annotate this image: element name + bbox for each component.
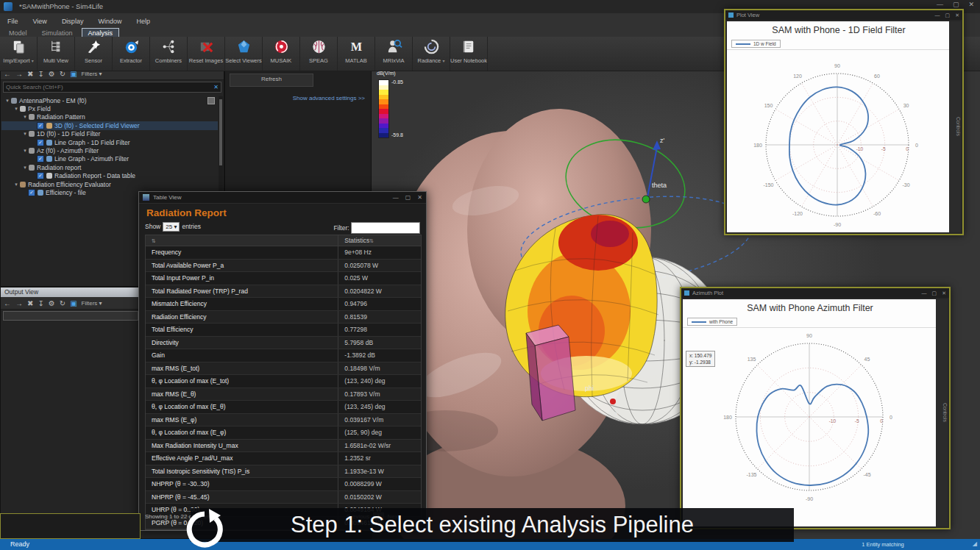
clear-search-icon[interactable]: ✕ <box>211 84 221 90</box>
toolbar-button-extractor[interactable]: Extractor <box>113 37 150 71</box>
plot1-titlebar[interactable]: Plot View —▢✕ <box>725 10 962 20</box>
plot1-side-tab[interactable]: Controls <box>949 21 961 232</box>
close-icon[interactable]: ✕ <box>968 1 974 8</box>
table-row: Total Isotropic Sensitivity (TIS) P_is1.… <box>146 465 421 479</box>
tree-item-label: Radiation report <box>37 164 81 171</box>
tree-item[interactable]: ✓Line Graph - 1D Field Filter <box>1 138 218 146</box>
speag-icon <box>300 37 337 58</box>
toolbar-button-user-notebook[interactable]: User Notebook ▾ <box>450 37 488 71</box>
toolbar-button-sensor[interactable]: Sensor <box>75 37 113 71</box>
refresh-button[interactable]: Refresh <box>230 74 313 87</box>
checkbox-icon[interactable]: ✓ <box>37 155 44 162</box>
table-row: θ, φ Location of max (E_tot)(123, 240) d… <box>146 375 421 388</box>
close-icon[interactable]: ✕ <box>955 12 959 18</box>
plot2-side-tab[interactable]: Controls <box>936 299 948 526</box>
toolbar-button-speag[interactable]: SPEAG <box>300 37 338 71</box>
toolbar-button-import-export[interactable]: Imp/Export ▾ <box>0 37 38 71</box>
sort-icon[interactable]: ⇅ <box>152 238 156 243</box>
minimize-icon[interactable]: — <box>922 290 927 296</box>
tree-item-icon <box>11 98 17 104</box>
toolbar-button-musaik[interactable]: MUSAIK <box>263 37 300 71</box>
advanced-settings-link[interactable]: Show advanced settings >> <box>293 95 365 101</box>
resize-grip-icon[interactable]: ◢ <box>973 540 977 547</box>
row-label: Effective Angle P_rad/U_max <box>146 452 338 465</box>
tree-item[interactable]: ▾Px Field <box>1 104 218 113</box>
toolbar-button-matlab[interactable]: MMATLAB <box>338 37 375 71</box>
svg-text:60: 60 <box>874 74 880 79</box>
table-row: max RMS (E_φ)0.039167 V/m <box>146 414 421 427</box>
tree-item[interactable]: ✓Line Graph - Azimuth Filter <box>1 155 218 163</box>
entries-select[interactable]: 25 ▾ <box>163 222 180 232</box>
tree-item[interactable]: ▾Az (f0) - Azimuth Filter <box>1 146 218 154</box>
scene-icon[interactable] <box>207 97 215 104</box>
table-row: Mismatch Efficiency0.94796 <box>146 298 421 311</box>
select-viewers-icon <box>225 37 262 58</box>
colorbar-max-label: -0.85 <box>391 79 403 85</box>
tree-item[interactable]: ▾Radiation Efficiency Evaluator <box>1 180 218 188</box>
plot2-window-title: Azimuth Plot <box>692 290 723 296</box>
tree-item[interactable]: ▾1D (f0) - 1D Field Filter <box>1 130 218 138</box>
table-row: Max Radiation Intensity U_max1.6581e-02 … <box>146 440 421 453</box>
sort-icon[interactable]: ⇅ <box>369 238 374 243</box>
svg-text:M: M <box>350 40 361 54</box>
column-header-statistics[interactable]: Statistics⇅ <box>338 235 421 246</box>
close-icon[interactable]: ✕ <box>942 290 946 296</box>
tree-item[interactable]: ▾Radiation Pattern <box>1 113 218 121</box>
filters-dropdown[interactable]: Filters ▾ <box>82 300 102 307</box>
row-label: Total Efficiency <box>146 324 338 336</box>
toolbar-button-reset-images[interactable]: Reset Images <box>188 37 225 71</box>
row-value: 0.0150202 W <box>338 491 421 504</box>
back-icon[interactable]: ← <box>4 299 11 307</box>
forward-icon[interactable]: → <box>15 299 23 307</box>
maximize-icon[interactable]: ▢ <box>945 12 951 18</box>
maximize-icon[interactable]: ▢ <box>405 194 411 201</box>
tree-item-icon <box>29 148 35 154</box>
toolbar-button-mrixvia[interactable]: MRIxViA <box>375 37 413 71</box>
maximize-icon[interactable]: ▢ <box>932 290 937 296</box>
azimuth-filter-plot-window: Azimuth Plot —▢✕ SAM with Phone Azimuth … <box>680 287 951 529</box>
checkbox-icon[interactable]: ✓ <box>37 139 44 146</box>
report-window-title: Table View <box>153 194 182 201</box>
view-icon[interactable]: ▣ <box>70 299 77 307</box>
row-label: Total Isotropic Sensitivity (TIS) P_is <box>146 465 338 478</box>
tree-item[interactable]: ✓3D (f0) - Selected Field Viewer <box>1 121 218 129</box>
settings-icon[interactable]: ⚙ <box>49 299 55 307</box>
svg-text:-150: -150 <box>763 182 773 188</box>
svg-text:-90: -90 <box>806 496 813 501</box>
toolbar-button-radiance[interactable]: Radiance ▾ <box>413 37 450 71</box>
minimize-icon[interactable]: — <box>393 194 399 201</box>
tree-item-label: 1D (f0) - 1D Field Filter <box>37 130 100 138</box>
row-value: -1.3892 dB <box>338 349 421 362</box>
svg-text:0: 0 <box>915 143 918 148</box>
checkbox-icon[interactable]: ✓ <box>37 122 44 129</box>
report-window-titlebar[interactable]: Table View — ▢ ✕ <box>139 192 426 204</box>
column-header-quantity[interactable]: ⇅ <box>146 235 338 246</box>
search-input[interactable] <box>4 84 211 90</box>
window-title: *SAMwithPhone - Sim4Life <box>19 0 103 13</box>
toolbar-button-select-viewers[interactable]: Select Viewers <box>225 37 263 71</box>
tree-item[interactable]: ✓Radiation Report - Data table <box>1 172 218 180</box>
user-notebook-icon <box>450 37 487 58</box>
minimize-icon[interactable]: — <box>935 12 940 18</box>
minimize-icon[interactable]: — <box>937 1 943 8</box>
close-icon[interactable]: ✕ <box>417 194 422 201</box>
table-row: max RMS (E_tot)0.18498 V/m <box>146 362 421 376</box>
tree-item-icon <box>38 190 43 196</box>
pin-icon[interactable]: ↧ <box>38 299 43 307</box>
output-search-input[interactable] <box>3 311 138 321</box>
tree-item[interactable]: ▾Radiation report <box>1 163 218 171</box>
toolbar-button-multi-view[interactable]: Multi View <box>38 37 75 71</box>
theta-marker <box>642 196 650 203</box>
z-axis <box>647 147 657 197</box>
maximize-icon[interactable]: ▢ <box>953 1 959 8</box>
plot2-titlebar[interactable]: Azimuth Plot —▢✕ <box>681 288 949 298</box>
checkbox-icon[interactable]: ✓ <box>37 172 44 179</box>
tree-item-label: Px Field <box>28 105 51 113</box>
toolbar-button-combiners[interactable]: Combiners <box>150 37 188 71</box>
checkbox-icon[interactable]: ✓ <box>28 189 35 196</box>
tree-item-icon <box>20 106 26 112</box>
refresh-icon[interactable]: ↻ <box>60 299 65 307</box>
filter-input[interactable] <box>351 222 420 234</box>
delete-icon[interactable]: ✖ <box>27 299 33 307</box>
tree-item[interactable]: ▾AntennaPhone - EM (f0) <box>1 96 218 104</box>
